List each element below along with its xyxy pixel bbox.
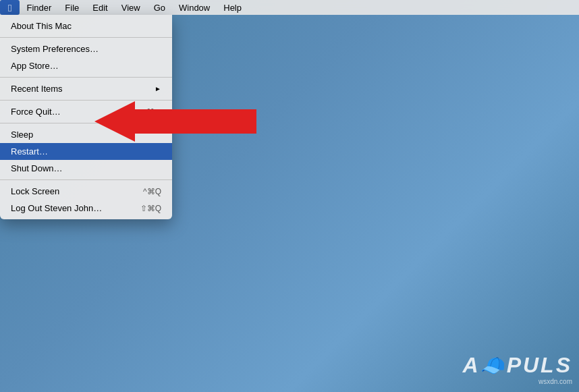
menu-item-shut-down[interactable]: Shut Down… (0, 160, 172, 177)
menu-item-system-preferences[interactable]: System Preferences… (0, 40, 172, 57)
lock-screen-shortcut: ^⌘Q (143, 187, 161, 196)
menubar:  Finder File Edit View Go Window Help (0, 0, 579, 15)
menu-item-lock-screen[interactable]: Lock Screen ^⌘Q (0, 183, 172, 200)
menu-item-app-store[interactable]: App Store… (0, 57, 172, 74)
menu-item-force-quit[interactable]: Force Quit… ⌥⌘↩ (0, 103, 172, 120)
menubar-finder[interactable]: Finder (20, 0, 58, 15)
menubar-edit[interactable]: Edit (86, 0, 114, 15)
submenu-arrow-icon: ► (155, 85, 161, 92)
watermark-url: wsxdn.com (463, 378, 572, 385)
menu-item-restart[interactable]: Restart… (0, 143, 172, 160)
menu-item-recent-items[interactable]: Recent Items ► (0, 80, 172, 97)
force-quit-shortcut: ⌥⌘↩ (137, 107, 161, 117)
menu-item-log-out[interactable]: Log Out Steven John… ⇧⌘Q (0, 200, 172, 217)
apple-dropdown-menu: About This Mac System Preferences… App S… (0, 15, 172, 219)
menubar-help[interactable]: Help (217, 0, 248, 15)
menu-separator-2 (0, 77, 172, 78)
apple-menu-button[interactable]:  (0, 0, 20, 15)
desktop:  Finder File Edit View Go Window Help A… (0, 0, 579, 392)
menubar-window[interactable]: Window (172, 0, 217, 15)
log-out-shortcut: ⇧⌘Q (140, 204, 161, 213)
menu-separator-5 (0, 179, 172, 180)
menu-separator-3 (0, 100, 172, 101)
menubar-file[interactable]: File (58, 0, 86, 15)
menubar-view[interactable]: View (115, 0, 147, 15)
menu-item-about-this-mac[interactable]: About This Mac (0, 18, 172, 34)
menu-item-sleep[interactable]: Sleep (0, 126, 172, 143)
watermark: A 🧢 PULS wsxdn.com (463, 353, 572, 385)
menu-separator-1 (0, 37, 172, 38)
menu-separator-4 (0, 123, 172, 123)
menubar-go[interactable]: Go (147, 0, 172, 15)
